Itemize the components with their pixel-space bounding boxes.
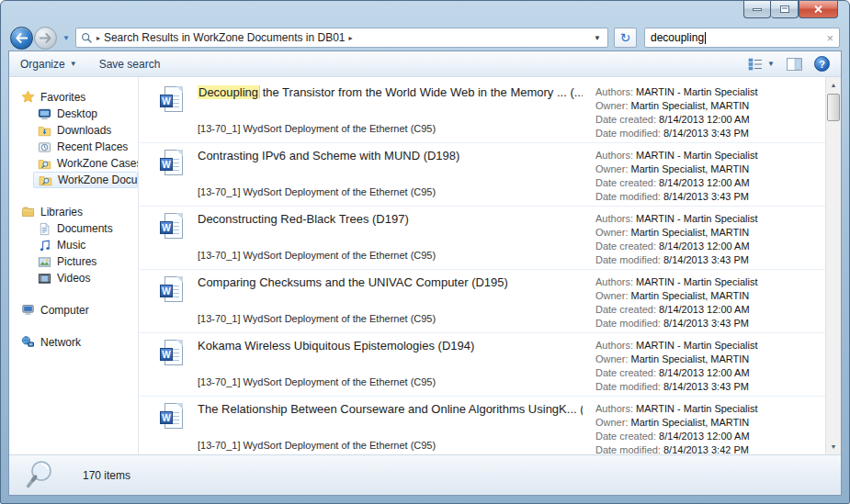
- sidebar-group-network: Network: [9, 333, 138, 351]
- authors-line: Authors: MARTIN - Martin Specialist: [595, 275, 825, 289]
- address-bar[interactable]: ▸ Search Results in WorkZone Documents i…: [75, 28, 608, 48]
- minimize-icon: [753, 8, 762, 11]
- recent-places-icon: [37, 140, 51, 154]
- result-metadata: Authors: MARTIN - Martin Specialist Owne…: [595, 339, 825, 394]
- sidebar-item-workzone-documen[interactable]: WorkZone Documen: [33, 172, 138, 188]
- result-title[interactable]: Deconstructing Red-Black Trees (D197): [198, 212, 583, 226]
- recent-pages-chevron-icon[interactable]: ▼: [62, 34, 70, 42]
- forward-button[interactable]: [34, 27, 57, 50]
- sidebar-item-downloads[interactable]: Downloads: [33, 122, 138, 139]
- breadcrumb-arrow-icon[interactable]: ▸: [96, 34, 100, 42]
- sidebar-item-label: Desktop: [57, 107, 97, 120]
- network-icon: [20, 335, 35, 349]
- date-created-value: 8/14/2013 12:00 AM: [659, 367, 749, 378]
- sidebar-item-music[interactable]: Music: [33, 237, 138, 253]
- sidebar-group-label: Computer: [40, 304, 89, 317]
- change-view-button[interactable]: ▼: [748, 58, 775, 71]
- sidebar-item-label: WorkZone Documen: [58, 174, 138, 186]
- date-created-line: Date created: 8/14/2013 12:00 AM: [595, 240, 825, 253]
- owner-line: Owner: Martin Specialist, MARTIN: [595, 289, 825, 303]
- word-letter-badge: W: [160, 285, 173, 297]
- date-modified-value: 8/14/2013 3:43 PM: [663, 318, 749, 329]
- result-row[interactable]: W The Relationship Between Courseware an…: [139, 397, 825, 454]
- authors-label: Authors:: [595, 403, 633, 414]
- scroll-down-icon[interactable]: ▼: [826, 440, 841, 454]
- word-document-icon: W: [160, 340, 185, 368]
- date-created-line: Date created: 8/14/2013 12:00 AM: [595, 303, 825, 317]
- breadcrumb[interactable]: Search Results in WorkZone Documents in …: [104, 31, 346, 44]
- result-title-text: Contrasting IPv6 and Scheme with MUND (D…: [198, 149, 459, 162]
- owner-value: Martin Specialist, MARTIN: [631, 227, 750, 238]
- date-created-line: Date created: 8/14/2013 12:00 AM: [595, 366, 825, 380]
- search-input[interactable]: decoupling ×: [644, 28, 840, 48]
- date-created-label: Date created:: [595, 241, 656, 252]
- sidebar-item-desktop[interactable]: Desktop: [33, 106, 138, 122]
- date-modified-line: Date modified: 8/14/2013 3:43 PM: [595, 190, 825, 204]
- result-row[interactable]: W Deconstructing Red-Black Trees (D197) …: [139, 207, 825, 270]
- title-bar[interactable]: [1, 1, 849, 25]
- sidebar-item-documents[interactable]: Documents: [33, 220, 138, 237]
- result-title[interactable]: Comparing Checksums and the UNIVAC Compu…: [198, 275, 583, 289]
- owner-label: Owner:: [595, 100, 628, 111]
- authors-label: Authors:: [595, 213, 633, 224]
- save-search-button[interactable]: Save search: [99, 58, 161, 71]
- minimize-button[interactable]: [743, 1, 771, 18]
- result-metadata: Authors: MARTIN - Martin Specialist Owne…: [595, 212, 825, 267]
- authors-value: MARTIN - Martin Specialist: [636, 276, 757, 287]
- back-button[interactable]: [10, 27, 33, 50]
- result-row[interactable]: W Comparing Checksums and the UNIVAC Com…: [139, 270, 825, 333]
- result-title[interactable]: Contrasting IPv6 and Scheme with MUND (D…: [198, 149, 583, 162]
- result-metadata: Authors: MARTIN - Martin Specialist Owne…: [595, 149, 825, 204]
- date-created-value: 8/14/2013 12:00 AM: [659, 114, 749, 125]
- sidebar-item-label: Music: [57, 239, 85, 252]
- sidebar-item-pictures[interactable]: Pictures: [33, 253, 138, 270]
- close-button[interactable]: [799, 1, 838, 18]
- chevron-down-icon: ▼: [767, 60, 775, 68]
- owner-value: Martin Specialist, MARTIN: [631, 163, 750, 174]
- date-created-label: Date created:: [595, 367, 656, 378]
- date-modified-label: Date modified:: [595, 254, 661, 265]
- organize-button[interactable]: Organize ▼: [20, 58, 77, 71]
- result-case-reference: [13-70_1] WydSort Deployment of the Ethe…: [198, 186, 436, 197]
- back-arrow-icon: [16, 33, 28, 43]
- date-created-label: Date created:: [595, 304, 656, 315]
- clear-search-icon[interactable]: ×: [826, 32, 833, 44]
- sidebar-item-computer[interactable]: Computer: [20, 301, 138, 319]
- help-button[interactable]: ?: [814, 56, 830, 72]
- refresh-button[interactable]: ↻: [614, 28, 637, 48]
- result-title[interactable]: Kokama Wireless Ubiquitous Epistemologie…: [198, 339, 583, 353]
- sidebar-item-network[interactable]: Network: [20, 333, 138, 351]
- result-title[interactable]: Decoupling the Transistor from the World…: [198, 85, 583, 99]
- sidebar-item-libraries[interactable]: Libraries: [20, 203, 138, 220]
- explorer-window: ▼ ▸ Search Results in WorkZone Documents…: [0, 0, 850, 504]
- result-row[interactable]: W Kokama Wireless Ubiquitous Epistemolog…: [139, 333, 825, 397]
- sidebar-item-workzone-cases-in-i[interactable]: WorkZone Cases in I: [33, 155, 138, 172]
- breadcrumb-arrow-icon[interactable]: ▸: [349, 34, 353, 42]
- sidebar-item-videos[interactable]: Videos: [33, 270, 138, 286]
- preview-pane-button[interactable]: [787, 58, 802, 71]
- result-row[interactable]: W Decoupling the Transistor from the Wor…: [139, 80, 825, 143]
- word-letter-badge: W: [160, 221, 173, 234]
- favorites-star-icon: [20, 90, 35, 104]
- toolbar-right-group: ▼ ?: [748, 56, 830, 72]
- owner-value: Martin Specialist, MARTIN: [631, 417, 750, 428]
- sidebar-group-label: Libraries: [40, 206, 83, 218]
- scrollbar-thumb[interactable]: [827, 94, 840, 121]
- result-case-reference: [13-70_1] WydSort Deployment of the Ethe…: [198, 376, 436, 387]
- maximize-icon: [780, 6, 789, 13]
- result-title[interactable]: The Relationship Between Courseware and …: [198, 402, 583, 416]
- result-row[interactable]: W Contrasting IPv6 and Scheme with MUND …: [139, 143, 825, 207]
- date-modified-label: Date modified:: [595, 318, 661, 329]
- sidebar-item-favorites[interactable]: Favorites: [20, 88, 138, 106]
- result-case-reference: [13-70_1] WydSort Deployment of the Ethe…: [198, 250, 436, 261]
- owner-line: Owner: Martin Specialist, MARTIN: [595, 162, 825, 176]
- result-title-text: Comparing Checksums and the UNIVAC Compu…: [198, 275, 508, 289]
- vertical-scrollbar[interactable]: ▲ ▼: [825, 77, 841, 454]
- result-case-reference: [13-70_1] WydSort Deployment of the Ethe…: [198, 313, 436, 324]
- address-dropdown-icon[interactable]: ▼: [592, 34, 603, 42]
- maximize-button[interactable]: [771, 1, 799, 18]
- date-created-value: 8/14/2013 12:00 AM: [659, 177, 749, 188]
- sidebar-item-recent-places[interactable]: Recent Places: [33, 139, 138, 155]
- scroll-up-icon[interactable]: ▲: [826, 78, 841, 92]
- sidebar-group-label: Favorites: [40, 91, 85, 104]
